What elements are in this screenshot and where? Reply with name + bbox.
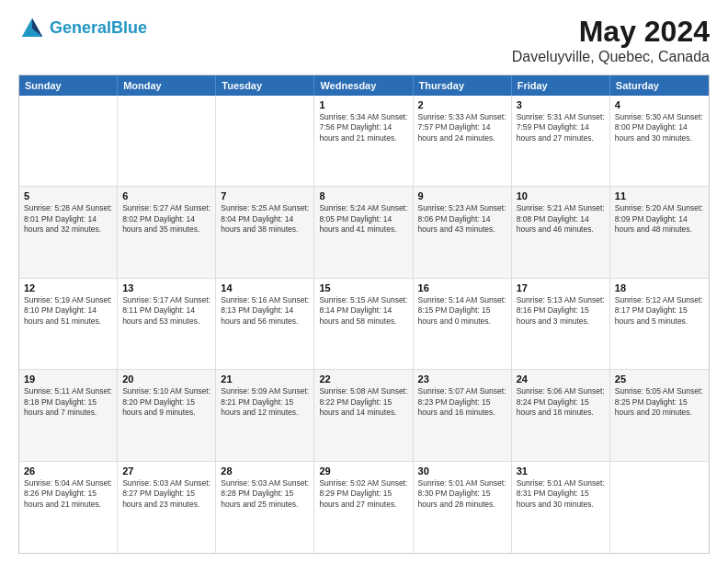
day-number: 3 bbox=[517, 99, 605, 110]
day-header-friday: Friday bbox=[512, 75, 610, 96]
calendar-cell: 8Sunrise: 5:24 AM Sunset: 8:05 PM Daylig… bbox=[314, 187, 413, 277]
cell-info: Sunrise: 5:01 AM Sunset: 8:30 PM Dayligh… bbox=[418, 478, 506, 510]
cell-info: Sunrise: 5:33 AM Sunset: 7:57 PM Dayligh… bbox=[418, 112, 506, 144]
cell-info: Sunrise: 5:25 AM Sunset: 8:04 PM Dayligh… bbox=[221, 203, 309, 235]
cell-info: Sunrise: 5:01 AM Sunset: 8:31 PM Dayligh… bbox=[517, 478, 605, 510]
calendar: SundayMondayTuesdayWednesdayThursdayFrid… bbox=[18, 75, 710, 554]
calendar-cell: 29Sunrise: 5:02 AM Sunset: 8:29 PM Dayli… bbox=[314, 462, 413, 553]
calendar-cell: 7Sunrise: 5:25 AM Sunset: 8:04 PM Daylig… bbox=[216, 187, 314, 277]
calendar-cell: 9Sunrise: 5:23 AM Sunset: 8:06 PM Daylig… bbox=[414, 187, 512, 277]
day-number: 13 bbox=[122, 282, 210, 293]
cell-info: Sunrise: 5:15 AM Sunset: 8:14 PM Dayligh… bbox=[319, 295, 407, 327]
day-header-saturday: Saturday bbox=[610, 75, 709, 96]
logo-text: GeneralBlue bbox=[50, 19, 147, 38]
day-header-sunday: Sunday bbox=[19, 75, 118, 96]
calendar-cell: 1Sunrise: 5:34 AM Sunset: 7:56 PM Daylig… bbox=[314, 96, 413, 186]
calendar-cell: 19Sunrise: 5:11 AM Sunset: 8:18 PM Dayli… bbox=[19, 370, 118, 460]
cell-info: Sunrise: 5:04 AM Sunset: 8:26 PM Dayligh… bbox=[24, 478, 112, 510]
title-block: May 2024 Daveluyville, Quebec, Canada bbox=[512, 15, 710, 65]
day-number: 31 bbox=[517, 465, 605, 477]
calendar-cell: 12Sunrise: 5:19 AM Sunset: 8:10 PM Dayli… bbox=[19, 279, 118, 369]
day-number: 5 bbox=[24, 190, 112, 201]
cell-info: Sunrise: 5:08 AM Sunset: 8:22 PM Dayligh… bbox=[319, 386, 407, 418]
day-number: 14 bbox=[221, 282, 309, 293]
calendar-row-3: 12Sunrise: 5:19 AM Sunset: 8:10 PM Dayli… bbox=[19, 279, 709, 370]
calendar-header: SundayMondayTuesdayWednesdayThursdayFrid… bbox=[19, 75, 709, 96]
cell-info: Sunrise: 5:09 AM Sunset: 8:21 PM Dayligh… bbox=[221, 386, 309, 418]
calendar-row-1: 1Sunrise: 5:34 AM Sunset: 7:56 PM Daylig… bbox=[19, 96, 709, 187]
calendar-cell: 24Sunrise: 5:06 AM Sunset: 8:24 PM Dayli… bbox=[512, 370, 610, 460]
cell-info: Sunrise: 5:24 AM Sunset: 8:05 PM Dayligh… bbox=[319, 203, 407, 235]
calendar-cell: 11Sunrise: 5:20 AM Sunset: 8:09 PM Dayli… bbox=[610, 187, 709, 277]
logo-icon bbox=[18, 15, 46, 42]
cell-info: Sunrise: 5:03 AM Sunset: 8:28 PM Dayligh… bbox=[221, 478, 309, 510]
day-number: 30 bbox=[418, 465, 506, 477]
calendar-cell: 14Sunrise: 5:16 AM Sunset: 8:13 PM Dayli… bbox=[216, 279, 314, 369]
calendar-cell: 4Sunrise: 5:30 AM Sunset: 8:00 PM Daylig… bbox=[610, 96, 709, 186]
day-number: 18 bbox=[615, 282, 704, 293]
day-number: 11 bbox=[615, 190, 704, 201]
cell-info: Sunrise: 5:13 AM Sunset: 8:16 PM Dayligh… bbox=[517, 295, 605, 327]
calendar-cell: 31Sunrise: 5:01 AM Sunset: 8:31 PM Dayli… bbox=[512, 462, 610, 553]
cell-info: Sunrise: 5:11 AM Sunset: 8:18 PM Dayligh… bbox=[24, 386, 112, 418]
calendar-row-5: 26Sunrise: 5:04 AM Sunset: 8:26 PM Dayli… bbox=[19, 462, 709, 553]
day-number: 4 bbox=[615, 99, 704, 110]
calendar-cell: 16Sunrise: 5:14 AM Sunset: 8:15 PM Dayli… bbox=[414, 279, 512, 369]
day-number: 22 bbox=[319, 373, 407, 385]
day-number: 28 bbox=[221, 465, 309, 477]
day-number: 27 bbox=[122, 465, 210, 477]
day-header-wednesday: Wednesday bbox=[314, 75, 413, 96]
day-number: 29 bbox=[319, 465, 407, 477]
calendar-row-2: 5Sunrise: 5:28 AM Sunset: 8:01 PM Daylig… bbox=[19, 187, 709, 278]
calendar-cell bbox=[216, 96, 314, 186]
cell-info: Sunrise: 5:17 AM Sunset: 8:11 PM Dayligh… bbox=[122, 295, 210, 327]
calendar-cell: 6Sunrise: 5:27 AM Sunset: 8:02 PM Daylig… bbox=[118, 187, 216, 277]
day-number: 9 bbox=[418, 190, 506, 201]
calendar-body: 1Sunrise: 5:34 AM Sunset: 7:56 PM Daylig… bbox=[19, 96, 709, 553]
day-number: 8 bbox=[319, 190, 407, 201]
page: GeneralBlue May 2024 Daveluyville, Quebe… bbox=[0, 0, 728, 563]
day-number: 26 bbox=[24, 465, 112, 477]
cell-info: Sunrise: 5:03 AM Sunset: 8:27 PM Dayligh… bbox=[122, 478, 210, 510]
day-number: 25 bbox=[615, 373, 704, 385]
cell-info: Sunrise: 5:23 AM Sunset: 8:06 PM Dayligh… bbox=[418, 203, 506, 235]
calendar-cell: 21Sunrise: 5:09 AM Sunset: 8:21 PM Dayli… bbox=[216, 370, 314, 460]
cell-info: Sunrise: 5:10 AM Sunset: 8:20 PM Dayligh… bbox=[122, 386, 210, 418]
calendar-cell: 3Sunrise: 5:31 AM Sunset: 7:59 PM Daylig… bbox=[512, 96, 610, 186]
calendar-cell: 23Sunrise: 5:07 AM Sunset: 8:23 PM Dayli… bbox=[414, 370, 512, 460]
calendar-cell: 10Sunrise: 5:21 AM Sunset: 8:08 PM Dayli… bbox=[512, 187, 610, 277]
calendar-cell: 28Sunrise: 5:03 AM Sunset: 8:28 PM Dayli… bbox=[216, 462, 314, 553]
cell-info: Sunrise: 5:30 AM Sunset: 8:00 PM Dayligh… bbox=[615, 112, 704, 144]
calendar-cell: 22Sunrise: 5:08 AM Sunset: 8:22 PM Dayli… bbox=[314, 370, 413, 460]
day-number: 7 bbox=[221, 190, 309, 201]
cell-info: Sunrise: 5:21 AM Sunset: 8:08 PM Dayligh… bbox=[517, 203, 605, 235]
cell-info: Sunrise: 5:02 AM Sunset: 8:29 PM Dayligh… bbox=[319, 478, 407, 510]
day-number: 2 bbox=[418, 99, 506, 110]
calendar-cell bbox=[610, 462, 709, 553]
day-header-monday: Monday bbox=[118, 75, 216, 96]
calendar-cell bbox=[118, 96, 216, 186]
day-number: 24 bbox=[517, 373, 605, 385]
subtitle: Daveluyville, Quebec, Canada bbox=[512, 49, 710, 65]
cell-info: Sunrise: 5:06 AM Sunset: 8:24 PM Dayligh… bbox=[517, 386, 605, 418]
day-number: 1 bbox=[319, 99, 407, 110]
header: GeneralBlue May 2024 Daveluyville, Quebe… bbox=[18, 15, 710, 65]
cell-info: Sunrise: 5:07 AM Sunset: 8:23 PM Dayligh… bbox=[418, 386, 506, 418]
cell-info: Sunrise: 5:05 AM Sunset: 8:25 PM Dayligh… bbox=[615, 386, 704, 418]
day-number: 23 bbox=[418, 373, 506, 385]
calendar-cell: 20Sunrise: 5:10 AM Sunset: 8:20 PM Dayli… bbox=[118, 370, 216, 460]
calendar-cell: 27Sunrise: 5:03 AM Sunset: 8:27 PM Dayli… bbox=[118, 462, 216, 553]
logo-line2: Blue bbox=[111, 18, 147, 37]
cell-info: Sunrise: 5:27 AM Sunset: 8:02 PM Dayligh… bbox=[122, 203, 210, 235]
cell-info: Sunrise: 5:16 AM Sunset: 8:13 PM Dayligh… bbox=[221, 295, 309, 327]
calendar-cell bbox=[19, 96, 118, 186]
cell-info: Sunrise: 5:19 AM Sunset: 8:10 PM Dayligh… bbox=[24, 295, 112, 327]
day-number: 20 bbox=[122, 373, 210, 385]
day-number: 10 bbox=[517, 190, 605, 201]
calendar-cell: 18Sunrise: 5:12 AM Sunset: 8:17 PM Dayli… bbox=[610, 279, 709, 369]
cell-info: Sunrise: 5:12 AM Sunset: 8:17 PM Dayligh… bbox=[615, 295, 704, 327]
day-number: 17 bbox=[517, 282, 605, 293]
cell-info: Sunrise: 5:31 AM Sunset: 7:59 PM Dayligh… bbox=[517, 112, 605, 144]
cell-info: Sunrise: 5:14 AM Sunset: 8:15 PM Dayligh… bbox=[418, 295, 506, 327]
calendar-cell: 13Sunrise: 5:17 AM Sunset: 8:11 PM Dayli… bbox=[118, 279, 216, 369]
